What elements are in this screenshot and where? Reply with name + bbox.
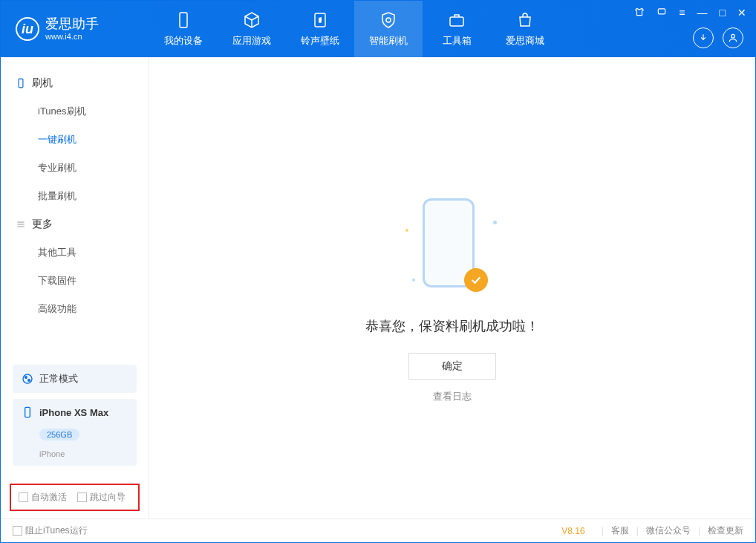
footer-links: V8.16 | 客服 | 微信公众号 | 检查更新 (561, 524, 743, 537)
device-type-label: iPhone (39, 449, 65, 458)
checkbox-icon (13, 526, 22, 536)
device-capacity-badge: 256GB (39, 429, 79, 440)
success-illustration (423, 198, 482, 295)
music-file-icon (310, 10, 330, 30)
sidebar-section-flash: 刷机 (1, 69, 149, 97)
tab-my-device[interactable]: 我的设备 (149, 1, 218, 57)
svg-rect-2 (450, 17, 463, 26)
menu-icon[interactable]: ≡ (676, 5, 688, 21)
sparkle-icon (493, 221, 497, 224)
mode-icon (22, 373, 33, 385)
checkbox-block-itunes[interactable]: 阻止iTunes运行 (13, 524, 88, 537)
status-bar: 阻止iTunes运行 V8.16 | 客服 | 微信公众号 | 检查更新 (1, 518, 755, 542)
svg-point-9 (23, 374, 32, 383)
tab-ringtones-wallpapers[interactable]: 铃声壁纸 (286, 1, 354, 57)
tab-label: 铃声壁纸 (301, 34, 339, 48)
tab-store[interactable]: 爱思商城 (491, 1, 559, 57)
main-content: 恭喜您，保资料刷机成功啦！ 确定 查看日志 (149, 57, 755, 518)
shirt-icon[interactable] (631, 5, 648, 21)
briefcase-icon (447, 10, 466, 30)
wechat-link[interactable]: 微信公众号 (646, 524, 691, 537)
checkbox-highlight-row: 自动激活 跳过向导 (10, 484, 140, 511)
tab-label: 应用游戏 (232, 34, 271, 48)
svg-point-4 (731, 34, 735, 38)
sparkle-icon (405, 228, 409, 233)
svg-rect-0 (180, 13, 187, 27)
sparkle-icon (412, 279, 415, 282)
checkbox-auto-activate[interactable]: 自动激活 (19, 491, 67, 504)
view-log-link[interactable]: 查看日志 (433, 390, 472, 403)
app-body: 刷机 iTunes刷机 一键刷机 专业刷机 批量刷机 更多 其他工具 下载固件 … (1, 57, 755, 518)
tab-label: 工具箱 (443, 34, 472, 48)
success-message: 恭喜您，保资料刷机成功啦！ (365, 317, 539, 335)
version-label: V8.16 (561, 526, 584, 536)
sidebar: 刷机 iTunes刷机 一键刷机 专业刷机 批量刷机 更多 其他工具 下载固件 … (1, 57, 149, 518)
svg-point-11 (28, 380, 30, 382)
device-mode[interactable]: 正常模式 (13, 365, 137, 393)
sidebar-item-batch-flash[interactable]: 批量刷机 (1, 182, 149, 210)
header-action-buttons (693, 27, 743, 48)
tab-label: 爱思商城 (506, 34, 544, 48)
svg-point-10 (25, 377, 27, 379)
sidebar-item-firmware[interactable]: 下载固件 (1, 267, 149, 295)
checkbox-skip-guide[interactable]: 跳过向导 (77, 491, 126, 504)
check-update-link[interactable]: 检查更新 (708, 524, 743, 537)
device-icon (174, 10, 193, 30)
checkbox-icon (77, 492, 87, 502)
sidebar-item-oneclick-flash[interactable]: 一键刷机 (1, 126, 149, 154)
close-button[interactable]: ✕ (734, 5, 749, 21)
minimize-button[interactable]: — (694, 5, 711, 21)
list-icon (16, 219, 26, 230)
app-subtitle: www.i4.cn (45, 32, 99, 41)
cube-icon (242, 10, 261, 30)
phone-icon (22, 406, 33, 418)
tab-apps-games[interactable]: 应用游戏 (218, 1, 286, 57)
sidebar-section-more: 更多 (1, 210, 149, 238)
tab-toolbox[interactable]: 工具箱 (423, 1, 491, 57)
shopping-bag-icon (515, 10, 535, 30)
sidebar-item-other-tools[interactable]: 其他工具 (1, 238, 149, 267)
checkbox-label: 阻止iTunes运行 (25, 524, 88, 537)
shield-refresh-icon (379, 10, 398, 30)
sidebar-item-pro-flash[interactable]: 专业刷机 (1, 154, 149, 182)
support-link[interactable]: 客服 (611, 524, 629, 537)
checkbox-label: 自动激活 (31, 491, 67, 504)
main-tabs: 我的设备 应用游戏 铃声壁纸 智能刷机 工具箱 爱思商城 (149, 1, 559, 57)
device-mode-label: 正常模式 (39, 372, 78, 386)
svg-rect-12 (25, 407, 30, 417)
section-label: 更多 (32, 218, 53, 231)
svg-rect-3 (659, 9, 665, 14)
device-info[interactable]: iPhone XS Max 256GB iPhone (13, 399, 137, 466)
tab-label: 我的设备 (164, 34, 203, 48)
device-panel: 正常模式 iPhone XS Max 256GB iPhone (1, 357, 149, 479)
checkbox-icon (19, 492, 28, 502)
user-button[interactable] (723, 27, 743, 48)
check-badge-icon (464, 268, 488, 292)
section-label: 刷机 (32, 77, 53, 90)
app-title: 爱思助手 (45, 17, 99, 32)
download-button[interactable] (693, 27, 714, 48)
sidebar-item-itunes-flash[interactable]: iTunes刷机 (1, 97, 149, 126)
maximize-button[interactable]: □ (717, 5, 729, 21)
logo: iu 爱思助手 www.i4.cn (1, 17, 149, 41)
tab-label: 智能刷机 (369, 34, 408, 48)
window-controls: ≡ — □ ✕ (631, 5, 749, 21)
tab-smart-flash[interactable]: 智能刷机 (354, 1, 423, 57)
ok-button[interactable]: 确定 (408, 353, 496, 380)
checkbox-label: 跳过向导 (90, 491, 126, 504)
svg-rect-5 (19, 79, 23, 88)
feedback-icon[interactable] (654, 5, 670, 21)
sidebar-nav: 刷机 iTunes刷机 一键刷机 专业刷机 批量刷机 更多 其他工具 下载固件 … (1, 57, 149, 357)
sidebar-item-advanced[interactable]: 高级功能 (1, 295, 149, 323)
logo-icon: iu (16, 17, 39, 41)
phone-icon (16, 78, 26, 88)
app-header: iu 爱思助手 www.i4.cn 我的设备 应用游戏 铃声壁纸 智能刷机 工具… (1, 1, 755, 57)
device-name-label: iPhone XS Max (39, 407, 108, 418)
